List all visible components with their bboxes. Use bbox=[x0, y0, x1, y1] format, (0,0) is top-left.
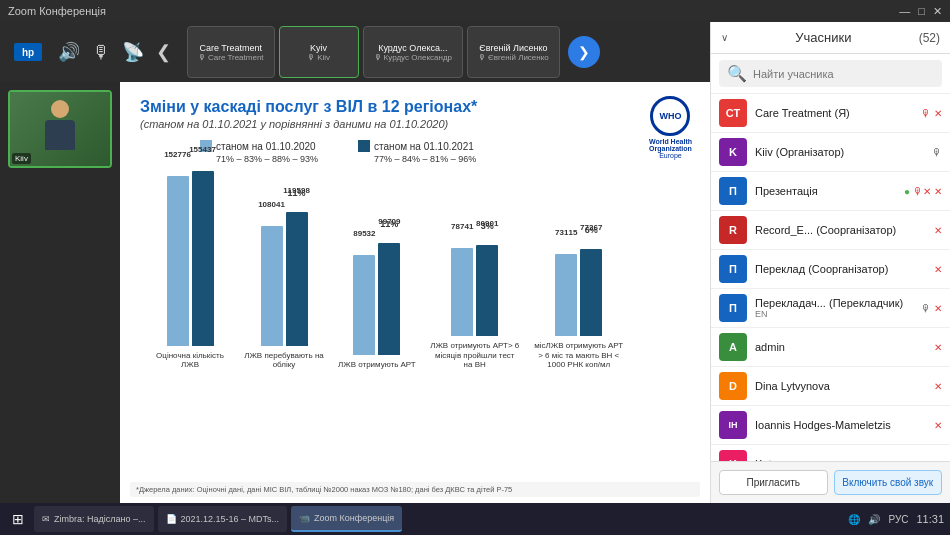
video-off-icon: ✕ bbox=[934, 342, 942, 353]
person-silhouette bbox=[40, 100, 80, 155]
unmute-button[interactable]: Включить свой звук bbox=[834, 470, 943, 495]
bar-1-label: Оціночна кількість ЛЖВ bbox=[150, 351, 230, 370]
participant-sub: 🎙 Care Treatment bbox=[198, 53, 264, 62]
list-item: П Презентація ● 🎙✕ ✕ bbox=[711, 172, 950, 211]
bar-5-label: місЛЖВ отримують АРТ > 6 міс та мають ВН… bbox=[534, 341, 624, 370]
bar-1-v1: 152776 bbox=[164, 150, 191, 159]
participant-icons: ✕ bbox=[934, 381, 942, 392]
video-off-icon: ✕ bbox=[934, 264, 942, 275]
bar-3-light: 89532 bbox=[353, 255, 375, 355]
participant-name: admin bbox=[755, 341, 926, 353]
person-body bbox=[45, 120, 75, 150]
taskbar-doc[interactable]: 📄 2021.12.15-16 – MDTs... bbox=[158, 506, 288, 532]
legend-pct-1: 71% – 83% – 88% – 93% bbox=[200, 154, 318, 164]
slide-subtitle: (станом на 01.10.2021 у порівнянні з дан… bbox=[140, 118, 690, 130]
close-button[interactable]: ✕ bbox=[933, 5, 942, 18]
video-off-icon: ✕ bbox=[934, 303, 942, 314]
legend-label-2: станом на 01.10.2021 bbox=[374, 141, 474, 152]
participant-icons: ✕ bbox=[934, 264, 942, 275]
who-circle-icon: WHO bbox=[650, 96, 690, 136]
network-icon: 🌐 bbox=[848, 514, 860, 525]
mic-off-icon: 🎙✕ bbox=[913, 186, 931, 197]
participants-title: Учасники bbox=[795, 30, 851, 45]
next-button[interactable]: ❯ bbox=[568, 36, 600, 68]
bar-5-dark: 6% 77267 bbox=[580, 249, 602, 336]
participant-icons: ● 🎙✕ ✕ bbox=[904, 186, 942, 197]
search-input[interactable] bbox=[753, 68, 934, 80]
participant-name: Переклад (Соорганізатор) bbox=[755, 263, 926, 275]
maximize-button[interactable]: □ bbox=[918, 5, 925, 18]
bar-group-4: 78741 3% 80901 ЛЖВ отримують АРТ> 6 міся… bbox=[430, 245, 520, 370]
list-item: IH Ioannis Hodges-Mameletzis ✕ bbox=[711, 406, 950, 445]
participant-list: CT Care Treatment (Я) 🎙 ✕ K Kiiv (Органі… bbox=[711, 94, 950, 461]
list-item: П Перекладач... (Перекладчик) EN 🎙 ✕ bbox=[711, 289, 950, 328]
bar-4-v2: 80901 bbox=[476, 219, 498, 228]
person-head bbox=[51, 100, 69, 118]
participant-name: Курдус Олекса... bbox=[378, 43, 447, 53]
avatar: П bbox=[719, 177, 747, 205]
participant-info: Dina Lytvynova bbox=[755, 380, 926, 392]
list-item: CT Care Treatment (Я) 🎙 ✕ bbox=[711, 94, 950, 133]
bar-4-v1: 78741 bbox=[451, 222, 473, 231]
broadcast-icon[interactable]: 📡 bbox=[122, 41, 144, 63]
mic-off-icon: 🎙 bbox=[921, 108, 931, 119]
participant-info: Презентація bbox=[755, 185, 896, 197]
avatar: IH bbox=[719, 411, 747, 439]
bar-2-dark: 11% 119598 bbox=[286, 212, 308, 346]
list-item: K Kateryna ✕ bbox=[711, 445, 950, 461]
participant-icons: ✕ bbox=[934, 225, 942, 236]
participant-name: Kiiv (Організатор) bbox=[755, 146, 924, 158]
participant-name: Євгеній Лисенко bbox=[479, 43, 547, 53]
bars-3: 89532 11% 99709 bbox=[353, 243, 400, 355]
participant-care-treatment: Care Treatment 🎙 Care Treatment bbox=[187, 26, 275, 78]
mic-icon[interactable]: 🎙 bbox=[92, 42, 110, 63]
main-container: hp 🔊 🎙 📡 ❮ Care Treatment 🎙 Care Treatme… bbox=[0, 22, 950, 503]
window-controls[interactable]: — □ ✕ bbox=[899, 5, 942, 18]
search-input-wrap: 🔍 bbox=[719, 60, 942, 87]
invite-button[interactable]: Пригласить bbox=[719, 470, 828, 495]
slide-area: WHO World Health Organization Europe Змі… bbox=[120, 82, 710, 503]
participant-info: Care Treatment (Я) bbox=[755, 107, 913, 119]
participant-info: Kiiv (Організатор) bbox=[755, 146, 924, 158]
search-box: 🔍 bbox=[711, 54, 950, 94]
video-panel: Kiiv bbox=[0, 82, 120, 503]
list-item: R Record_E... (Соорганізатор) ✕ bbox=[711, 211, 950, 250]
video-off-icon: ✕ bbox=[934, 420, 942, 431]
bar-5-light: 73115 bbox=[555, 254, 577, 336]
bar-3-v1: 89532 bbox=[353, 229, 375, 238]
start-button[interactable]: ⊞ bbox=[6, 509, 30, 529]
taskbar-zimbra[interactable]: ✉ Zimbra: Надіслано –... bbox=[34, 506, 154, 532]
content-area: Kiiv WHO World Health Organization Europ… bbox=[0, 82, 710, 503]
avatar: CT bbox=[719, 99, 747, 127]
participant-icons: ✕ bbox=[934, 420, 942, 431]
zimbra-icon: ✉ bbox=[42, 514, 50, 524]
video-inner: Kiiv bbox=[10, 92, 110, 166]
participant-icons: ✕ bbox=[934, 342, 942, 353]
video-label: Kiiv bbox=[12, 153, 31, 164]
title-bar: Zoom Конференція — □ ✕ bbox=[0, 0, 950, 22]
taskbar-zoom[interactable]: 📹 Zoom Конференція bbox=[291, 506, 402, 532]
taskbar-clock: 11:31 bbox=[916, 513, 944, 525]
language-indicator: РУС bbox=[888, 514, 908, 525]
avatar: П bbox=[719, 294, 747, 322]
participant-name: Kyiv bbox=[310, 43, 327, 53]
clock-time: 11:31 bbox=[916, 513, 944, 525]
bar-1-light: 152776 bbox=[167, 176, 189, 346]
minimize-button[interactable]: — bbox=[899, 5, 910, 18]
slide-footnote: *Джерела даних: Оціночні дані, дані МІС … bbox=[130, 482, 700, 497]
participants-top-row: Care Treatment 🎙 Care Treatment Kyiv 🎙 K… bbox=[179, 26, 700, 78]
participant-sub: 🎙 Курдус Олександр bbox=[374, 53, 452, 62]
bar-group-2: 108041 11% 119598 ЛЖВ перебувають на обл… bbox=[244, 212, 324, 370]
list-item: D Dina Lytvynova ✕ bbox=[711, 367, 950, 406]
right-panel-bottom: Пригласить Включить свой звук bbox=[711, 461, 950, 503]
panel-chevron-icon[interactable]: ∨ bbox=[721, 32, 728, 43]
participant-icons: 🎙 ✕ bbox=[921, 303, 942, 314]
back-icon[interactable]: ❮ bbox=[156, 41, 171, 63]
speaker-icon[interactable]: 🔊 bbox=[58, 41, 80, 63]
video-thumbnail: Kiiv bbox=[8, 90, 112, 168]
bar-group-5: 73115 6% 77267 місЛЖВ отримують АРТ > 6 … bbox=[534, 249, 624, 370]
hp-logo: hp bbox=[14, 43, 42, 61]
participant-role: EN bbox=[755, 309, 913, 319]
video-off-icon: ✕ bbox=[934, 225, 942, 236]
zoom-area: hp 🔊 🎙 📡 ❮ Care Treatment 🎙 Care Treatme… bbox=[0, 22, 710, 503]
